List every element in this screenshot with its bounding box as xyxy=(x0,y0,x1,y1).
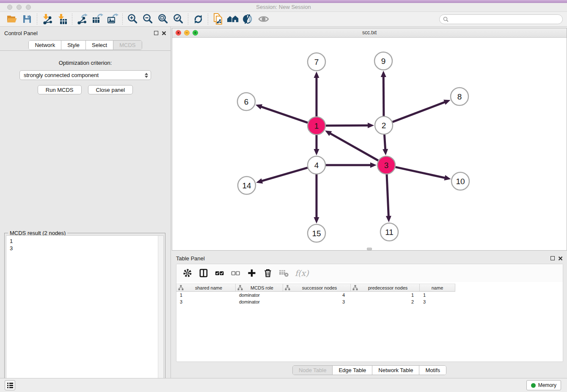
cell-MCDS-role[interactable]: dominator xyxy=(236,292,283,298)
graph-node-14[interactable]: 14 xyxy=(238,177,256,194)
export-network-icon[interactable] xyxy=(74,13,90,25)
graph-edge-2-9[interactable] xyxy=(383,76,384,116)
graph-edge-2-8[interactable] xyxy=(393,102,446,122)
column-header-shared-name[interactable]: shared name xyxy=(176,284,236,292)
result-scrollbar[interactable] xyxy=(158,236,163,392)
table-tabs: Node TableEdge TableNetwork TableMotifs xyxy=(292,365,446,375)
function-icon[interactable]: f(x) xyxy=(295,268,309,278)
cell-successor-nodes[interactable]: 3 xyxy=(283,298,351,305)
column-header-MCDS-role[interactable]: MCDS role xyxy=(236,284,283,292)
cell-MCDS-role[interactable]: dominator xyxy=(236,298,283,305)
tab-mcds[interactable]: MCDS xyxy=(113,41,141,50)
mcds-result-item: 3 xyxy=(10,245,163,252)
export-image-icon[interactable] xyxy=(105,13,120,25)
graph-edge-3-1[interactable] xyxy=(329,133,378,160)
select-all-icon[interactable] xyxy=(215,268,225,278)
memory-button[interactable]: Memory xyxy=(526,380,561,390)
graph-node-1[interactable]: 1 xyxy=(308,117,325,135)
cell-successor-nodes[interactable]: 4 xyxy=(283,292,351,298)
graph-node-10[interactable]: 10 xyxy=(451,172,469,190)
edge-arrowhead xyxy=(314,149,319,155)
tab-node-table[interactable]: Node Table xyxy=(293,366,333,375)
show-detail-icon[interactable] xyxy=(256,13,271,25)
criterion-dropdown[interactable]: strongly connected component xyxy=(19,70,151,80)
graph-node-4[interactable]: 4 xyxy=(308,156,325,174)
import-network-icon[interactable] xyxy=(39,13,55,25)
graph-edge-1-2[interactable] xyxy=(326,125,369,126)
close-panel-button[interactable]: Close panel xyxy=(88,85,133,94)
refresh-icon[interactable] xyxy=(190,13,206,25)
zoom-selected-icon[interactable] xyxy=(171,13,186,25)
float-panel-icon[interactable] xyxy=(154,31,158,35)
table-row[interactable]: 1dominator411 xyxy=(176,292,563,298)
graph-edge-2-3[interactable] xyxy=(384,135,385,150)
search-input[interactable] xyxy=(451,16,559,22)
tab-network-table[interactable]: Network Table xyxy=(372,366,419,375)
edge-arrowhead xyxy=(381,71,386,77)
cell-predecessor-nodes[interactable]: 2 xyxy=(351,298,420,305)
mcds-tab-content: Optimization criterion: strongly connect… xyxy=(0,50,171,378)
tab-style[interactable]: Style xyxy=(61,41,86,50)
table-row[interactable]: 3dominator323 xyxy=(176,298,563,305)
zoom-in-icon[interactable] xyxy=(125,13,140,25)
edge-arrowhead xyxy=(255,178,263,185)
canvas-splitter-handle[interactable] xyxy=(367,248,372,250)
graph-node-2[interactable]: 2 xyxy=(375,116,393,134)
list-icon xyxy=(7,382,14,389)
graph-edge-4-14[interactable] xyxy=(261,168,308,181)
cell-shared-name[interactable]: 3 xyxy=(176,298,236,305)
edge-arrowhead xyxy=(368,123,374,128)
svg-text:1: 1 xyxy=(314,121,319,130)
cell-shared-name[interactable]: 1 xyxy=(176,292,236,298)
tab-motifs[interactable]: Motifs xyxy=(419,366,446,375)
unselect-all-icon[interactable] xyxy=(231,268,241,278)
graph-edge-1-6[interactable] xyxy=(260,106,308,122)
save-icon[interactable] xyxy=(19,13,35,25)
svg-text:2: 2 xyxy=(382,121,386,130)
graph-edge-3-10[interactable] xyxy=(395,167,446,178)
column-header-successor-nodes[interactable]: successor nodes xyxy=(283,284,351,292)
columns-icon[interactable] xyxy=(198,268,209,278)
home-icons[interactable] xyxy=(226,13,241,25)
cell-name[interactable]: 3 xyxy=(420,298,455,305)
import-table-icon[interactable] xyxy=(55,13,70,25)
open-folder-icon[interactable] xyxy=(4,13,19,25)
zoom-fit-icon[interactable] xyxy=(155,13,171,25)
column-namespace-icon xyxy=(237,285,243,290)
tab-select[interactable]: Select xyxy=(86,41,113,50)
graph-node-15[interactable]: 15 xyxy=(308,224,325,242)
session-title: Session: New Session xyxy=(0,4,567,10)
zoom-out-icon[interactable] xyxy=(140,13,155,25)
search-field[interactable] xyxy=(439,14,563,24)
graph-node-7[interactable]: 7 xyxy=(308,53,325,71)
edge-arrowhead xyxy=(255,102,262,109)
column-header-name[interactable]: name xyxy=(420,284,455,292)
close-table-panel-icon[interactable] xyxy=(558,256,563,261)
graph-node-11[interactable]: 11 xyxy=(380,223,398,241)
graph-node-3[interactable]: 3 xyxy=(377,156,395,174)
graph-node-6[interactable]: 6 xyxy=(237,93,255,110)
close-panel-icon[interactable] xyxy=(162,31,166,36)
tab-network[interactable]: Network xyxy=(29,41,61,50)
cell-name[interactable]: 1 xyxy=(420,292,455,298)
network-window-titlebar[interactable]: × − + scc.txt xyxy=(172,28,567,38)
add-row-icon[interactable] xyxy=(247,268,257,278)
graph-node-9[interactable]: 9 xyxy=(374,52,392,70)
tab-edge-table[interactable]: Edge Table xyxy=(333,366,372,375)
graph-edge-3-11[interactable] xyxy=(387,174,388,217)
hide-detail-icon[interactable] xyxy=(241,13,256,25)
clone-network-icon[interactable] xyxy=(210,13,226,25)
table-rows: 1dominator4113dominator323 xyxy=(176,292,563,305)
export-table-icon[interactable] xyxy=(90,13,105,25)
float-table-panel-icon[interactable] xyxy=(550,256,555,260)
network-canvas[interactable]: 7968124314101511 xyxy=(172,38,567,250)
delete-column-icon[interactable] xyxy=(279,268,289,278)
task-history-button[interactable] xyxy=(5,380,15,390)
gear-icon[interactable] xyxy=(182,268,193,278)
trash-icon[interactable] xyxy=(263,268,273,278)
column-header-predecessor-nodes[interactable]: predecessor nodes xyxy=(351,284,420,292)
graph-node-8[interactable]: 8 xyxy=(451,88,468,105)
run-mcds-button[interactable]: Run MCDS xyxy=(38,85,82,94)
svg-text:4: 4 xyxy=(314,161,319,170)
cell-predecessor-nodes[interactable]: 1 xyxy=(351,292,420,298)
